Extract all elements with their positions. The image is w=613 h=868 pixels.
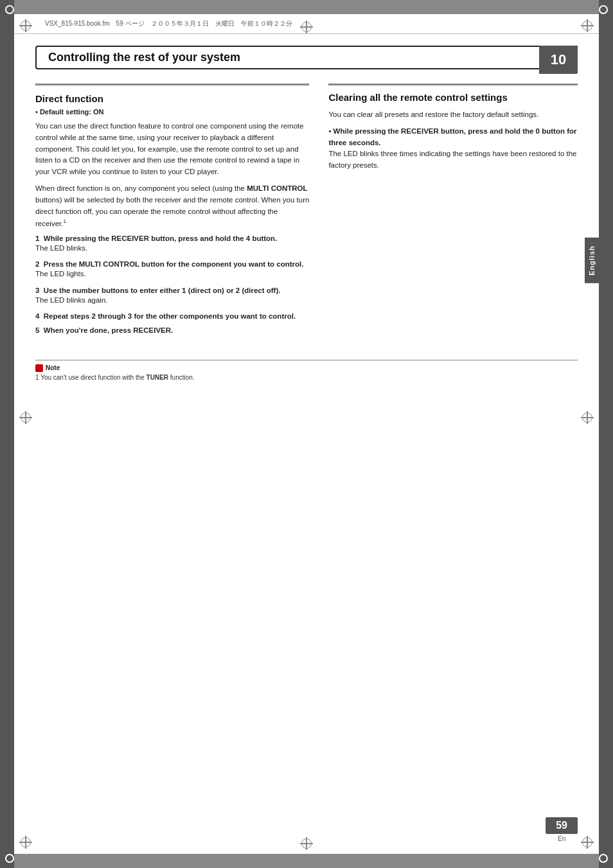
clearing-bullet-bold: While pressing the RECEIVER button, pres… bbox=[328, 127, 576, 146]
default-value: ON bbox=[93, 108, 104, 116]
left-sidebar-bar bbox=[0, 0, 14, 868]
corner-rosette-bottom-right bbox=[599, 854, 608, 863]
step-2: 2 Press the MULTI CONTROL button for the… bbox=[35, 260, 309, 279]
multi-control-bold: MULTI CONTROL bbox=[247, 184, 307, 192]
footnote-ref: 1 bbox=[63, 218, 66, 224]
reg-mark-bottom-right bbox=[581, 836, 594, 849]
reg-mark-top-left bbox=[19, 19, 32, 32]
page-number-badge: 59 bbox=[546, 817, 578, 834]
reg-mark-mid-top bbox=[300, 21, 313, 33]
clearing-bullet-sub: The LED blinks three times indicating th… bbox=[328, 150, 576, 169]
note-tuner-bold: TUNER bbox=[147, 374, 168, 381]
note-area: Note 1 You can't use direct function wit… bbox=[35, 360, 578, 381]
clearing-body: You can clear all presets and restore th… bbox=[328, 109, 578, 121]
step-1: 1 While pressing the RECEIVER button, pr… bbox=[35, 235, 309, 254]
step-1-sub: The LED blinks. bbox=[35, 243, 309, 254]
step-3: 3 Use the number buttons to enter either… bbox=[35, 287, 309, 306]
bottom-deco-bar bbox=[14, 854, 599, 868]
default-setting: • Default setting: ON bbox=[35, 108, 309, 116]
note-title: Note bbox=[35, 364, 578, 372]
reg-mark-bottom-left bbox=[19, 836, 32, 849]
step-1-label: 1 While pressing the RECEIVER button, pr… bbox=[35, 235, 309, 242]
corner-rosette-top-left bbox=[5, 5, 14, 14]
clearing-bullet: • While pressing the RECEIVER button, pr… bbox=[328, 126, 578, 172]
step-3-label: 3 Use the number buttons to enter either… bbox=[35, 287, 309, 294]
step-4: 4 Repeat steps 2 through 3 for the other… bbox=[35, 312, 309, 320]
corner-rosette-bottom-left bbox=[5, 854, 14, 863]
step-4-label: 4 Repeat steps 2 through 3 for the other… bbox=[35, 312, 309, 320]
main-content: Direct function • Default setting: ON Yo… bbox=[35, 84, 578, 341]
step-2-sub: The LED lights. bbox=[35, 269, 309, 279]
direct-function-body1: You can use the direct function feature … bbox=[35, 121, 309, 178]
corner-rosette-top-right bbox=[599, 5, 608, 14]
reg-mark-top-right bbox=[581, 19, 594, 32]
chapter-title: Controlling the rest of your system bbox=[48, 51, 565, 64]
default-label: Default setting: bbox=[40, 108, 93, 116]
english-tab: English bbox=[585, 238, 599, 283]
clearing-section: Clearing all the remote control settings… bbox=[328, 84, 578, 172]
note-text: 1 You can't use direct function with the… bbox=[35, 374, 578, 381]
chapter-title-bar: Controlling the rest of your system 10 bbox=[35, 46, 578, 69]
reg-mark-mid-left bbox=[19, 411, 32, 424]
top-deco-bar bbox=[14, 0, 599, 14]
chapter-number-badge: 10 bbox=[539, 46, 578, 74]
note-label: Note bbox=[46, 364, 60, 371]
step-5-label: 5 When you're done, press RECEIVER. bbox=[35, 326, 309, 334]
note-icon bbox=[35, 364, 43, 372]
reg-mark-mid-right bbox=[581, 411, 594, 424]
step-2-label: 2 Press the MULTI CONTROL button for the… bbox=[35, 260, 309, 268]
reg-mark-mid-bottom bbox=[300, 837, 313, 850]
left-column: Direct function • Default setting: ON Yo… bbox=[35, 84, 309, 341]
page-en: En bbox=[558, 835, 565, 842]
right-sidebar-bar bbox=[599, 0, 613, 868]
right-column: Clearing all the remote control settings… bbox=[328, 84, 578, 341]
clearing-title: Clearing all the remote control settings bbox=[328, 92, 578, 103]
direct-function-title: Direct function bbox=[35, 93, 309, 104]
direct-function-body2: When direct function is on, any componen… bbox=[35, 183, 309, 229]
header-text: VSX_815-915.book.fm 59 ページ ２００５年３月１日 火曜日… bbox=[45, 19, 292, 28]
step-5: 5 When you're done, press RECEIVER. bbox=[35, 326, 309, 334]
bottom-area: 59 En bbox=[546, 817, 578, 842]
step-3-sub: The LED blinks again. bbox=[35, 295, 309, 306]
